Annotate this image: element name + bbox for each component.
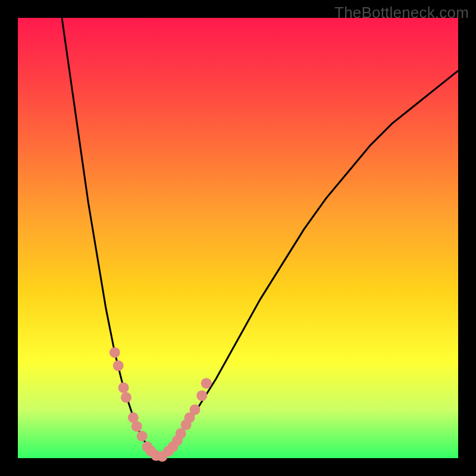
- highlighted-dot: [190, 405, 201, 415]
- highlighted-dot: [201, 378, 212, 389]
- outer-black-frame: TheBottleneck.com: [0, 0, 476, 476]
- highlighted-dot-group: [109, 347, 212, 462]
- highlighted-dot: [109, 347, 120, 358]
- highlighted-dot: [137, 431, 148, 441]
- highlighted-dot: [196, 390, 207, 401]
- highlighted-dot: [118, 383, 129, 393]
- highlighted-dot: [131, 421, 142, 432]
- curve-left-branch: [62, 18, 159, 458]
- highlighted-dot: [121, 392, 131, 403]
- highlighted-dot: [113, 361, 124, 371]
- chart-svg: [18, 18, 458, 458]
